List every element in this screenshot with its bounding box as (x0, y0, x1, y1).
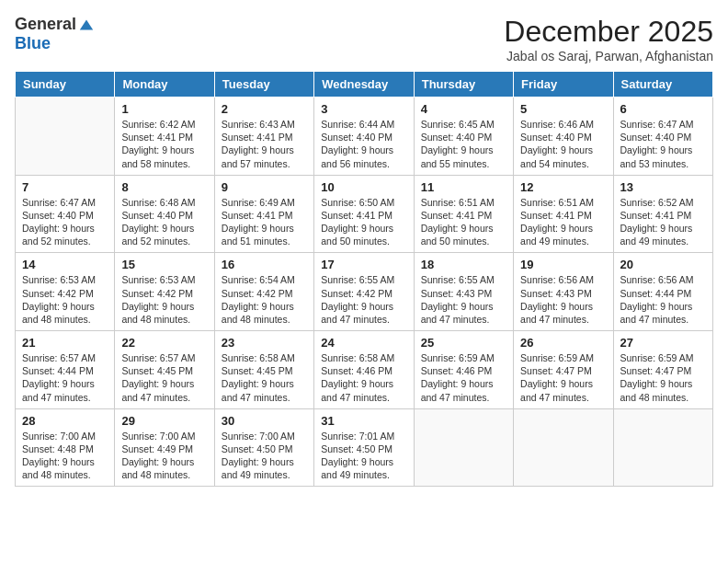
day-info: Sunrise: 6:45 AMSunset: 4:40 PMDaylight:… (421, 118, 506, 170)
day-number: 24 (321, 336, 406, 350)
day-number: 26 (520, 336, 606, 350)
day-info: Sunrise: 6:51 AMSunset: 4:41 PMDaylight:… (421, 196, 506, 248)
day-info: Sunrise: 7:01 AMSunset: 4:50 PMDaylight:… (321, 430, 406, 482)
calendar-cell: 6Sunrise: 6:47 AMSunset: 4:40 PMDaylight… (613, 98, 712, 176)
calendar-header-row: SundayMondayTuesdayWednesdayThursdayFrid… (16, 72, 713, 98)
calendar-cell: 29Sunrise: 7:00 AMSunset: 4:49 PMDayligh… (115, 408, 214, 487)
calendar-cell: 30Sunrise: 7:00 AMSunset: 4:50 PMDayligh… (214, 408, 313, 487)
calendar-cell: 15Sunrise: 6:53 AMSunset: 4:42 PMDayligh… (115, 253, 214, 331)
calendar-table: SundayMondayTuesdayWednesdayThursdayFrid… (15, 71, 713, 487)
day-number: 14 (22, 258, 108, 271)
calendar-cell: 22Sunrise: 6:57 AMSunset: 4:45 PMDayligh… (115, 331, 214, 409)
day-info: Sunrise: 6:56 AMSunset: 4:44 PMDaylight:… (620, 273, 706, 326)
calendar-cell: 2Sunrise: 6:43 AMSunset: 4:41 PMDaylight… (214, 98, 313, 176)
calendar-week-row: 14Sunrise: 6:53 AMSunset: 4:42 PMDayligh… (16, 253, 713, 331)
calendar-cell: 11Sunrise: 6:51 AMSunset: 4:41 PMDayligh… (414, 175, 513, 253)
day-info: Sunrise: 6:53 AMSunset: 4:42 PMDaylight:… (121, 273, 207, 326)
calendar-cell: 13Sunrise: 6:52 AMSunset: 4:41 PMDayligh… (613, 175, 712, 253)
calendar-cell: 18Sunrise: 6:55 AMSunset: 4:43 PMDayligh… (414, 253, 513, 331)
calendar-week-row: 28Sunrise: 7:00 AMSunset: 4:48 PMDayligh… (16, 408, 713, 487)
day-number: 3 (321, 102, 406, 116)
day-number: 23 (222, 336, 307, 350)
day-info: Sunrise: 6:57 AMSunset: 4:45 PMDaylight:… (121, 351, 207, 404)
day-number: 20 (620, 258, 706, 271)
day-info: Sunrise: 6:54 AMSunset: 4:42 PMDaylight:… (222, 273, 307, 326)
day-number: 10 (321, 180, 406, 194)
day-number: 1 (121, 102, 207, 116)
day-info: Sunrise: 7:00 AMSunset: 4:50 PMDaylight:… (222, 430, 307, 482)
day-number: 5 (520, 102, 606, 116)
day-number: 16 (222, 258, 307, 271)
day-info: Sunrise: 6:57 AMSunset: 4:44 PMDaylight:… (22, 351, 108, 404)
page-header: General Blue December 2025 Jabal os Sara… (15, 15, 713, 63)
day-header-sunday: Sunday (16, 72, 115, 98)
logo-general-text: General (15, 15, 76, 34)
calendar-cell: 4Sunrise: 6:45 AMSunset: 4:40 PMDaylight… (414, 98, 513, 176)
calendar-week-row: 1Sunrise: 6:42 AMSunset: 4:41 PMDaylight… (16, 98, 713, 176)
day-info: Sunrise: 6:58 AMSunset: 4:45 PMDaylight:… (222, 351, 307, 404)
day-info: Sunrise: 6:42 AMSunset: 4:41 PMDaylight:… (121, 118, 207, 170)
day-number: 8 (121, 180, 207, 194)
day-info: Sunrise: 6:58 AMSunset: 4:46 PMDaylight:… (321, 351, 406, 404)
day-number: 21 (22, 336, 108, 350)
day-header-monday: Monday (115, 72, 214, 98)
day-info: Sunrise: 6:47 AMSunset: 4:40 PMDaylight:… (620, 118, 706, 170)
calendar-cell: 27Sunrise: 6:59 AMSunset: 4:47 PMDayligh… (613, 331, 712, 409)
day-number: 17 (321, 258, 406, 271)
day-info: Sunrise: 6:59 AMSunset: 4:47 PMDaylight:… (520, 351, 606, 404)
calendar-cell: 8Sunrise: 6:48 AMSunset: 4:40 PMDaylight… (115, 175, 214, 253)
day-info: Sunrise: 7:00 AMSunset: 4:48 PMDaylight:… (22, 430, 108, 482)
day-info: Sunrise: 6:47 AMSunset: 4:40 PMDaylight:… (22, 196, 108, 248)
day-header-tuesday: Tuesday (214, 72, 313, 98)
day-number: 31 (321, 414, 406, 428)
day-info: Sunrise: 6:59 AMSunset: 4:46 PMDaylight:… (421, 351, 506, 404)
day-number: 2 (222, 102, 307, 116)
day-number: 4 (421, 102, 506, 116)
calendar-cell (514, 408, 613, 487)
month-title: December 2025 (504, 15, 713, 49)
calendar-cell: 10Sunrise: 6:50 AMSunset: 4:41 PMDayligh… (314, 175, 414, 253)
day-info: Sunrise: 6:50 AMSunset: 4:41 PMDaylight:… (321, 196, 406, 248)
day-info: Sunrise: 6:44 AMSunset: 4:40 PMDaylight:… (321, 118, 406, 170)
calendar-cell (16, 98, 115, 176)
logo: General Blue (15, 15, 95, 53)
calendar-cell: 16Sunrise: 6:54 AMSunset: 4:42 PMDayligh… (214, 253, 313, 331)
location-text: Jabal os Saraj, Parwan, Afghanistan (504, 49, 713, 63)
day-number: 13 (620, 180, 706, 194)
day-number: 28 (22, 414, 108, 428)
calendar-cell: 21Sunrise: 6:57 AMSunset: 4:44 PMDayligh… (16, 331, 115, 409)
calendar-cell (414, 408, 513, 487)
calendar-cell: 5Sunrise: 6:46 AMSunset: 4:40 PMDaylight… (514, 98, 613, 176)
calendar-cell (613, 408, 712, 487)
calendar-cell: 28Sunrise: 7:00 AMSunset: 4:48 PMDayligh… (16, 408, 115, 487)
day-number: 25 (421, 336, 506, 350)
calendar-cell: 19Sunrise: 6:56 AMSunset: 4:43 PMDayligh… (514, 253, 613, 331)
day-info: Sunrise: 6:55 AMSunset: 4:42 PMDaylight:… (321, 273, 406, 326)
day-header-thursday: Thursday (414, 72, 513, 98)
day-number: 18 (421, 258, 506, 271)
calendar-cell: 23Sunrise: 6:58 AMSunset: 4:45 PMDayligh… (214, 331, 313, 409)
logo-blue-text: Blue (15, 34, 51, 53)
day-header-wednesday: Wednesday (314, 72, 414, 98)
day-number: 27 (620, 336, 706, 350)
calendar-week-row: 21Sunrise: 6:57 AMSunset: 4:44 PMDayligh… (16, 331, 713, 409)
day-number: 15 (121, 258, 207, 271)
day-info: Sunrise: 6:59 AMSunset: 4:47 PMDaylight:… (620, 351, 706, 404)
calendar-cell: 9Sunrise: 6:49 AMSunset: 4:41 PMDaylight… (214, 175, 313, 253)
day-number: 9 (222, 180, 307, 194)
calendar-cell: 3Sunrise: 6:44 AMSunset: 4:40 PMDaylight… (314, 98, 414, 176)
day-number: 12 (520, 180, 606, 194)
day-number: 22 (121, 336, 207, 350)
calendar-cell: 7Sunrise: 6:47 AMSunset: 4:40 PMDaylight… (16, 175, 115, 253)
calendar-cell: 24Sunrise: 6:58 AMSunset: 4:46 PMDayligh… (314, 331, 414, 409)
calendar-cell: 17Sunrise: 6:55 AMSunset: 4:42 PMDayligh… (314, 253, 414, 331)
day-info: Sunrise: 6:55 AMSunset: 4:43 PMDaylight:… (421, 273, 506, 326)
day-info: Sunrise: 6:51 AMSunset: 4:41 PMDaylight:… (520, 196, 606, 248)
day-header-friday: Friday (514, 72, 613, 98)
calendar-cell: 14Sunrise: 6:53 AMSunset: 4:42 PMDayligh… (16, 253, 115, 331)
logo-icon (78, 17, 95, 33)
day-number: 11 (421, 180, 506, 194)
calendar-cell: 1Sunrise: 6:42 AMSunset: 4:41 PMDaylight… (115, 98, 214, 176)
day-info: Sunrise: 6:52 AMSunset: 4:41 PMDaylight:… (620, 196, 706, 248)
calendar-cell: 20Sunrise: 6:56 AMSunset: 4:44 PMDayligh… (613, 253, 712, 331)
